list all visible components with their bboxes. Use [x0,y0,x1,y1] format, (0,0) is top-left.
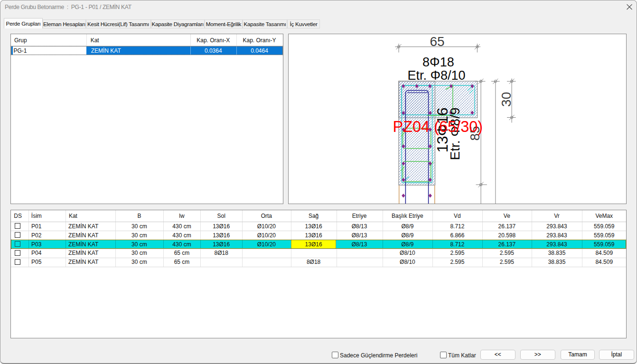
svg-text:8Φ18: 8Φ18 [422,55,454,69]
svg-text:Etr. Φ8/10: Etr. Φ8/10 [408,68,466,83]
svg-text:30: 30 [499,92,514,107]
svg-text:65: 65 [430,34,444,49]
svg-text:PZ04 (65/30): PZ04 (65/30) [393,118,483,135]
